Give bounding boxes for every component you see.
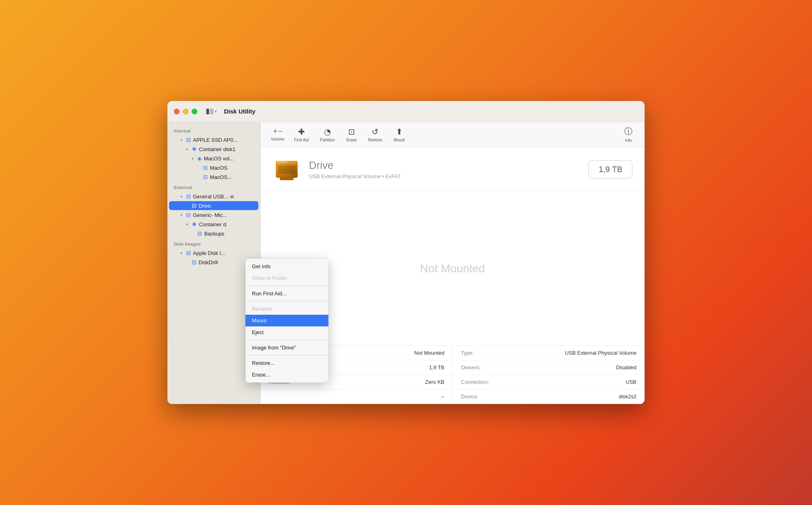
- owners-val: Disabled: [616, 364, 636, 370]
- restore-button[interactable]: ↺ Restore: [362, 125, 388, 144]
- partition-label: Partition: [320, 138, 335, 142]
- ctx-mount[interactable]: Mount: [245, 315, 328, 326]
- container-icon: ❖: [192, 146, 197, 152]
- type-key: Type:: [461, 350, 474, 356]
- app-title: Disk Utility: [224, 108, 256, 115]
- drive-icon-wrapper: [273, 155, 301, 183]
- svg-rect-6: [278, 166, 295, 174]
- first-aid-button[interactable]: ✚ First Aid: [288, 125, 314, 144]
- disk-icon: ⊟: [186, 193, 191, 200]
- disk-icon: ⊟: [186, 212, 191, 218]
- sidebar-item-macos-sub2[interactable]: ▸ ⊟ MacOS...: [169, 173, 258, 181]
- chevron-down-icon: ▾: [180, 194, 185, 199]
- restore-label: Restore: [368, 138, 382, 142]
- sidebar-item-container-d[interactable]: ▾ ❖ Container d: [169, 220, 258, 229]
- device-key: Device:: [461, 393, 478, 400]
- apple-ssd-label: APPLE SSD AP0...: [193, 137, 238, 143]
- capacity-val: 1,9 TB: [429, 364, 444, 370]
- disk-images-section-label: Disk Images: [167, 238, 260, 248]
- svg-rect-5: [280, 177, 294, 180]
- ctx-erase[interactable]: Erase...: [245, 369, 328, 381]
- first-aid-icon: ✚: [298, 127, 305, 137]
- sidebar-item-diskdrill[interactable]: ▸ ⊟ DiskDrill: [169, 258, 258, 267]
- drive-name: Drive: [309, 159, 580, 172]
- disk-icon: ⊟: [192, 259, 197, 265]
- ctx-restore[interactable]: Restore...: [245, 357, 328, 369]
- disk-icon: ⊟: [197, 230, 202, 237]
- ctx-image-from-drive[interactable]: Image from "Drive": [245, 342, 328, 354]
- view-button[interactable]: ▾: [204, 107, 219, 116]
- mount-button[interactable]: ⬆ Mount: [388, 125, 410, 144]
- backups-label: Backups: [204, 231, 224, 237]
- volume-button[interactable]: + − Volume: [267, 126, 288, 143]
- sidebar-item-container-disk1[interactable]: ▾ ❖ Container disk1: [169, 145, 258, 154]
- drive-subtitle: USB External Physical Volume • ExFAT: [309, 173, 580, 179]
- svg-rect-1: [210, 109, 214, 114]
- chevron-down-icon: ▾: [180, 213, 185, 217]
- zoom-button[interactable]: [192, 109, 197, 114]
- chevron-down-icon: ▾: [186, 222, 191, 227]
- ctx-show-in-finder: Show in Finder: [245, 272, 328, 284]
- mount-point-val: Not Mounted: [414, 350, 444, 356]
- drive-size-badge: 1,9 TB: [588, 160, 632, 179]
- restore-icon: ↺: [372, 127, 379, 137]
- disk-icon: ⊟: [186, 250, 191, 256]
- disk-icon: ⊟: [203, 164, 208, 171]
- chevron-down-icon: ▾: [215, 109, 217, 114]
- drive-info: Drive USB External Physical Volume • ExF…: [309, 159, 580, 179]
- connection-key: Connection:: [461, 379, 489, 385]
- ctx-separator-4: [245, 355, 328, 356]
- erase-label: Erase: [346, 138, 357, 142]
- drive-header: Drive USB External Physical Volume • ExF…: [260, 147, 645, 192]
- sidebar-item-backups[interactable]: ▸ ⊟ Backups: [169, 229, 258, 238]
- mount-icon: ⬆: [396, 127, 403, 137]
- generic-mic-label: Generic- Mic...: [193, 212, 227, 218]
- erase-button[interactable]: ⊡ Erase: [340, 125, 362, 144]
- spacer-icon: ▸: [186, 204, 191, 208]
- volume-icon: ◈: [197, 155, 202, 162]
- sidebar-item-apple-disk[interactable]: ▾ ⊟ Apple Disk I...: [169, 248, 258, 257]
- spacer-icon: ▸: [192, 231, 197, 236]
- chevron-right-icon: ▸: [197, 166, 202, 170]
- ctx-get-info[interactable]: Get Info: [245, 261, 328, 272]
- minimize-button[interactable]: [183, 109, 188, 114]
- sidebar-item-drive[interactable]: ▸ ⊟ Drive: [169, 201, 258, 210]
- ctx-rename: Rename: [245, 303, 328, 315]
- sidebar-item-macos-vol[interactable]: ▾ ◈ MacOS vol...: [169, 154, 258, 163]
- ctx-separator-1: [245, 286, 328, 286]
- info-icon: ⓘ: [624, 126, 632, 137]
- partition-button[interactable]: ◔ Partition: [314, 125, 340, 144]
- disk-icon: ⊟: [203, 174, 208, 180]
- ctx-eject[interactable]: Eject: [245, 326, 328, 338]
- svg-rect-0: [206, 109, 209, 114]
- ctx-separator-3: [245, 340, 328, 340]
- ctx-run-first-aid[interactable]: Run First Aid...: [245, 288, 328, 299]
- info-cell-type: Type: USB External Physical Volume: [453, 346, 645, 360]
- info-label: Info: [625, 138, 632, 143]
- owners-key: Owners:: [461, 364, 480, 370]
- info-cell-empty: --: [260, 389, 453, 404]
- sidebar-item-general-usb[interactable]: ▾ ⊟ General USB... ⏏: [169, 192, 258, 201]
- sidebar-item-macos-sub[interactable]: ▸ ⊟ MacOS: [169, 163, 258, 172]
- macos-sub2-label: MacOS...: [210, 174, 232, 180]
- toolbar-left: ▾: [204, 107, 219, 116]
- chevron-down-icon: ▾: [180, 251, 185, 255]
- close-button[interactable]: [174, 109, 180, 114]
- internal-section-label: Internal: [167, 125, 260, 135]
- container-icon: ❖: [192, 221, 197, 227]
- sidebar-item-generic-mic[interactable]: ▾ ⊟ Generic- Mic...: [169, 210, 258, 219]
- main-area: Internal ▾ ⊟ APPLE SSD AP0... ▾ ❖ Contai…: [167, 122, 645, 404]
- device-val: disk2s2: [619, 393, 636, 400]
- volume-plus-icon: +: [273, 127, 277, 136]
- mount-label: Mount: [393, 138, 405, 142]
- sidebar-item-apple-ssd[interactable]: ▾ ⊟ APPLE SSD AP0...: [169, 135, 258, 144]
- titlebar: ▾ Disk Utility: [167, 101, 645, 122]
- external-section-label: External: [167, 182, 260, 191]
- volume-icons: + −: [273, 127, 282, 136]
- info-button[interactable]: ⓘ Info: [619, 124, 638, 144]
- available-val: Zero KB: [425, 379, 444, 385]
- partition-icon: ◔: [324, 127, 331, 137]
- chevron-down-icon: ▾: [192, 156, 197, 161]
- disk-icon: ⊟: [192, 202, 197, 209]
- context-menu: Get Info Show in Finder Run First Aid...…: [245, 259, 328, 383]
